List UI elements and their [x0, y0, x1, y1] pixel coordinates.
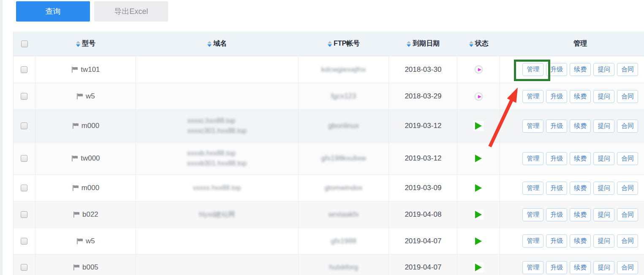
- ftp-cell: gbonlinux: [299, 110, 389, 142]
- model-wrap: m000: [72, 184, 100, 192]
- model-cell: b005: [35, 254, 136, 275]
- contract-button[interactable]: 合同: [617, 261, 638, 274]
- ask-button[interactable]: 提问: [593, 90, 614, 103]
- ftp-account-text: fgcx123: [331, 92, 356, 101]
- ask-button[interactable]: 提问: [593, 234, 614, 248]
- manage-button[interactable]: 管理: [522, 234, 543, 248]
- sort-icon[interactable]: [469, 41, 473, 47]
- manage-cell: 管理升级续费提问合同: [500, 56, 644, 83]
- renew-button[interactable]: 续费: [570, 234, 591, 248]
- export-excel-button[interactable]: 导出Excel: [94, 1, 168, 22]
- model-label: w5: [86, 237, 95, 245]
- model-label: tw000: [81, 154, 100, 163]
- manage-cell: 管理升级续费提问合同: [500, 254, 644, 275]
- row-checkbox[interactable]: [21, 66, 27, 73]
- header-select-all-cell: [14, 32, 35, 56]
- status-cell: [457, 175, 500, 201]
- action-buttons: 管理升级续费提问合同: [522, 234, 638, 248]
- action-buttons: 管理升级续费提问合同: [522, 261, 638, 274]
- row-checkbox[interactable]: [21, 211, 27, 218]
- upgrade-button[interactable]: 升级: [546, 120, 567, 133]
- status-icon-running: [473, 183, 484, 193]
- ask-button[interactable]: 提问: [593, 261, 614, 274]
- hosting-table: 型号 域名 FTP帐号 到期日期 状态 管理 tw101kdcwgiexaj: [13, 32, 644, 275]
- sort-icon[interactable]: [76, 41, 80, 47]
- manage-button[interactable]: 管理: [522, 63, 543, 76]
- row-checkbox[interactable]: [21, 155, 27, 162]
- domain-cell: hlyxd建站网: [136, 201, 299, 228]
- domain-cell: xxxxc.hxx88.topxxxxc301.hxx88.top: [136, 110, 299, 142]
- status-icon-running: [473, 236, 484, 246]
- model-label: m000: [82, 184, 100, 192]
- renew-button[interactable]: 续费: [570, 261, 591, 274]
- sort-icon[interactable]: [407, 41, 411, 47]
- sort-icon[interactable]: [328, 41, 332, 47]
- upgrade-button[interactable]: 升级: [546, 152, 567, 165]
- expire-date-cell: 2019-03-12: [389, 110, 457, 142]
- sort-icon[interactable]: [207, 41, 212, 47]
- expire-date: 2019-04-07: [405, 237, 441, 245]
- model-cell: w5: [35, 228, 136, 254]
- column-header-expire[interactable]: 到期日期: [389, 32, 457, 56]
- contract-button[interactable]: 合同: [617, 182, 638, 195]
- manage-button[interactable]: 管理: [522, 261, 543, 274]
- contract-button[interactable]: 合同: [617, 120, 638, 133]
- flag-icon: [76, 238, 83, 245]
- table-row: m000xxxxc.hxx88.topxxxxc301.hxx88.topgbo…: [14, 110, 644, 142]
- ftp-account-text: gfx1988: [331, 237, 356, 245]
- upgrade-button[interactable]: 升级: [546, 63, 567, 76]
- ftp-account-text: hulxkforg: [329, 263, 358, 272]
- model-label: b005: [82, 263, 98, 272]
- domain-text: hlyxd建站网: [199, 210, 235, 219]
- manage-button[interactable]: 管理: [522, 152, 543, 165]
- ask-button[interactable]: 提问: [593, 208, 614, 221]
- renew-button[interactable]: 续费: [570, 182, 591, 195]
- manage-cell: 管理升级续费提问合同: [500, 228, 644, 254]
- status-cell: [457, 201, 500, 228]
- row-checkbox[interactable]: [21, 264, 27, 271]
- flag-icon: [73, 264, 80, 271]
- renew-button[interactable]: 续费: [570, 208, 591, 221]
- ftp-account-text: gbonlinux: [328, 122, 359, 130]
- contract-button[interactable]: 合同: [617, 63, 638, 76]
- row-checkbox[interactable]: [21, 238, 27, 245]
- contract-button[interactable]: 合同: [617, 208, 638, 221]
- upgrade-button[interactable]: 升级: [546, 208, 567, 221]
- select-all-checkbox[interactable]: [21, 41, 28, 47]
- manage-button[interactable]: 管理: [522, 120, 543, 133]
- renew-button[interactable]: 续费: [570, 152, 591, 165]
- contract-button[interactable]: 合同: [617, 90, 638, 103]
- column-header-status[interactable]: 状态: [457, 32, 500, 56]
- manage-button[interactable]: 管理: [522, 208, 543, 221]
- upgrade-button[interactable]: 升级: [546, 261, 567, 274]
- row-select-cell: [14, 254, 35, 275]
- column-header-ftp[interactable]: FTP帐号: [299, 32, 389, 56]
- contract-button[interactable]: 合同: [617, 152, 638, 165]
- column-label: 状态: [475, 39, 489, 48]
- manage-button[interactable]: 管理: [522, 182, 543, 195]
- renew-button[interactable]: 续费: [570, 63, 591, 76]
- row-checkbox[interactable]: [21, 123, 27, 129]
- upgrade-button[interactable]: 升级: [546, 234, 567, 248]
- ask-button[interactable]: 提问: [593, 120, 614, 133]
- row-checkbox[interactable]: [21, 93, 27, 100]
- ask-button[interactable]: 提问: [593, 63, 614, 76]
- column-header-model[interactable]: 型号: [35, 32, 136, 56]
- domain-cell: [136, 228, 299, 254]
- ask-button[interactable]: 提问: [593, 152, 614, 165]
- expire-date: 2019-03-12: [405, 122, 441, 130]
- upgrade-button[interactable]: 升级: [546, 182, 567, 195]
- contract-button[interactable]: 合同: [617, 234, 638, 248]
- upgrade-button[interactable]: 升级: [546, 90, 567, 103]
- expire-date-cell: 2019-03-12: [389, 142, 457, 174]
- row-checkbox[interactable]: [21, 185, 27, 191]
- renew-button[interactable]: 续费: [570, 90, 591, 103]
- query-button[interactable]: 查询: [16, 1, 90, 22]
- table-row: b005hulxkforg2019-04-07管理升级续费提问合同: [14, 254, 644, 275]
- expire-date: 2018-03-29: [405, 92, 441, 101]
- model-wrap: m000: [72, 122, 100, 130]
- renew-button[interactable]: 续费: [570, 120, 591, 133]
- ask-button[interactable]: 提问: [593, 182, 614, 195]
- column-header-domain[interactable]: 域名: [136, 32, 299, 56]
- manage-button[interactable]: 管理: [522, 90, 543, 103]
